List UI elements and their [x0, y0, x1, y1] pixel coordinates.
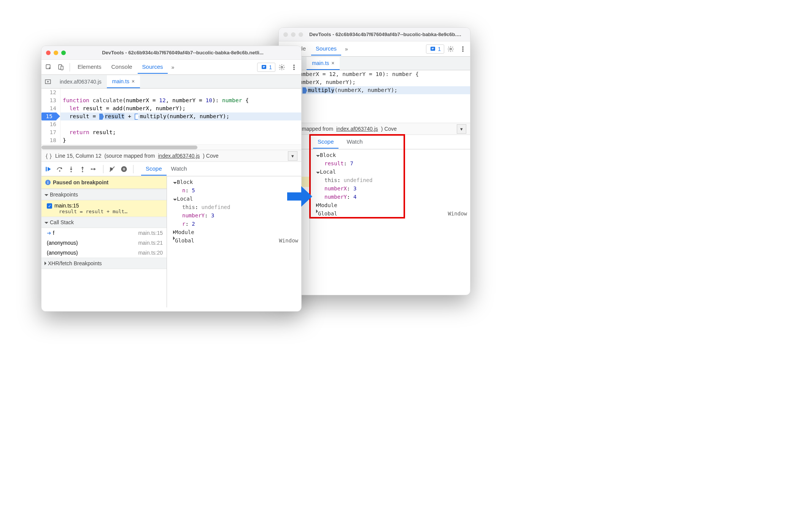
- debug-sidebar: iPaused on breakpoint Breakpoints ✓main.…: [41, 176, 167, 307]
- tab-scope[interactable]: Scope: [313, 135, 339, 149]
- close-dot[interactable]: [46, 51, 51, 55]
- tab-scope[interactable]: Scope: [141, 162, 167, 176]
- pause-exc-icon[interactable]: [120, 165, 128, 173]
- devtools-window-after: DevTools - 62c6b934c4b7f676049af4b7--buc…: [278, 27, 470, 295]
- svg-point-1: [450, 48, 452, 50]
- exec-marker-icon: [302, 87, 307, 93]
- traffic-lights: [283, 32, 303, 37]
- horiz-scrollbar[interactable]: [41, 144, 301, 150]
- mapped-link[interactable]: index.af063740.js: [158, 153, 200, 159]
- callstack-row[interactable]: (anonymous)main.ts:21: [41, 238, 167, 248]
- exec-marker-icon: [99, 114, 104, 120]
- callstack-header[interactable]: Call Stack: [41, 217, 167, 228]
- tab-elements[interactable]: Elements: [73, 60, 106, 74]
- code-editor[interactable]: 121314 15 161718 function calculate(numb…: [41, 89, 301, 144]
- minimize-dot[interactable]: [54, 51, 58, 55]
- device-icon[interactable]: [55, 62, 67, 73]
- zoom-dot[interactable]: [61, 51, 66, 55]
- more-tabs[interactable]: »: [342, 46, 351, 52]
- svg-point-13: [281, 66, 283, 68]
- breakpoint-line-marker[interactable]: 15: [41, 112, 56, 120]
- xhr-header[interactable]: XHR/fetch Breakpoints: [41, 258, 167, 269]
- tab-sources[interactable]: Sources: [311, 42, 341, 55]
- issues-count: 1: [269, 64, 272, 70]
- svg-point-28: [82, 171, 83, 172]
- svg-rect-34: [123, 168, 124, 170]
- pretty-print-icon[interactable]: [45, 152, 52, 159]
- devtools-window-before: DevTools - 62c6b934c4b7f676049af4b7--buc…: [41, 46, 302, 312]
- svg-point-31: [91, 168, 92, 169]
- tab-sources[interactable]: Sources: [138, 60, 168, 74]
- checkbox-icon[interactable]: ✓: [47, 203, 52, 209]
- kebab-icon[interactable]: [288, 62, 300, 73]
- kebab-icon[interactable]: [457, 43, 469, 55]
- file-tabs: 3740.js main.ts×: [279, 57, 470, 70]
- coverage-toggle[interactable]: ▾: [457, 124, 466, 134]
- more-tabs[interactable]: »: [168, 64, 178, 70]
- info-icon: i: [45, 180, 51, 185]
- titlebar: DevTools - 62c6b934c4b7f676049af4b7--buc…: [279, 28, 470, 41]
- arrow-icon: [287, 186, 312, 207]
- step-into-icon[interactable]: [67, 165, 75, 173]
- breakpoint-item[interactable]: ✓main.ts:15 result = result + mult…: [41, 200, 167, 217]
- issues-badge[interactable]: 1: [257, 63, 275, 72]
- tab-console[interactable]: Console: [107, 60, 137, 74]
- status-bar: (source mapped from index.af063740.js) C…: [279, 123, 470, 135]
- status-bar: Line 15, Column 12 (source mapped from i…: [41, 150, 301, 162]
- close-icon[interactable]: ×: [132, 78, 135, 84]
- svg-point-22: [59, 170, 60, 171]
- mapped-link[interactable]: index.af063740.js: [336, 126, 378, 132]
- debug-toolbar: Scope Watch: [41, 162, 301, 176]
- main-tabs: Elements Console Sources » 1: [41, 60, 301, 75]
- svg-marker-30: [94, 168, 96, 170]
- svg-point-33: [121, 166, 127, 172]
- issues-badge[interactable]: 1: [426, 44, 444, 54]
- code-editor[interactable]: ate(numberX = 12, numberY = 10): number …: [279, 70, 470, 100]
- call-marker-icon: [135, 114, 139, 120]
- close-dot[interactable]: [283, 32, 288, 37]
- file-tab-js[interactable]: index.af063740.js: [54, 76, 107, 88]
- titlebar: DevTools - 62c6b934c4b7f676049af4b7--buc…: [41, 46, 301, 60]
- gear-icon[interactable]: [445, 43, 456, 55]
- inspect-icon[interactable]: [43, 62, 54, 73]
- svg-marker-27: [81, 166, 84, 168]
- traffic-lights: [46, 51, 66, 55]
- breakpoints-header[interactable]: Breakpoints: [41, 189, 167, 200]
- paused-banner: iPaused on breakpoint: [41, 176, 167, 189]
- close-icon[interactable]: ×: [331, 60, 334, 66]
- window-title: DevTools - 62c6b934c4b7f676049af4b7--buc…: [69, 50, 297, 55]
- callstack-row[interactable]: (anonymous)main.ts:20: [41, 248, 167, 258]
- minimize-dot[interactable]: [291, 32, 296, 37]
- callstack-row[interactable]: ➜fmain.ts:15: [41, 228, 167, 238]
- deactivate-bp-icon[interactable]: [109, 165, 116, 173]
- issues-count: 1: [438, 46, 441, 52]
- tab-watch[interactable]: Watch: [342, 135, 367, 149]
- navigator-icon[interactable]: [41, 76, 54, 87]
- tab-watch[interactable]: Watch: [167, 162, 192, 176]
- svg-point-3: [462, 48, 463, 49]
- step-out-icon[interactable]: [79, 165, 86, 173]
- svg-marker-18: [48, 81, 49, 82]
- step-icon[interactable]: [90, 165, 98, 173]
- file-tab-main[interactable]: main.ts×: [307, 57, 340, 70]
- main-tabs: Console Sources » 1: [279, 41, 470, 57]
- svg-point-15: [294, 66, 294, 67]
- zoom-dot[interactable]: [299, 32, 303, 37]
- scope-panel: Block n: 5 Local this: undefined numberY…: [167, 176, 301, 307]
- coverage-toggle[interactable]: ▾: [288, 151, 297, 161]
- file-tabs: index.af063740.js main.ts×: [41, 75, 301, 89]
- window-title: DevTools - 62c6b934c4b7f676049af4b7--buc…: [306, 32, 466, 37]
- svg-point-25: [70, 171, 72, 172]
- svg-marker-24: [70, 169, 73, 170]
- svg-rect-35: [124, 168, 125, 170]
- resume-icon[interactable]: [44, 165, 52, 173]
- back-scope-panel: Scope Watch Block result: 7 Local this: …: [310, 135, 470, 260]
- gear-icon[interactable]: [276, 62, 288, 73]
- svg-point-2: [462, 46, 463, 47]
- step-over-icon[interactable]: [56, 165, 64, 173]
- file-tab-main[interactable]: main.ts×: [107, 75, 140, 88]
- cursor-pos: Line 15, Column 12: [55, 153, 101, 159]
- svg-point-4: [462, 51, 463, 51]
- svg-point-14: [294, 65, 294, 65]
- svg-rect-19: [46, 167, 47, 171]
